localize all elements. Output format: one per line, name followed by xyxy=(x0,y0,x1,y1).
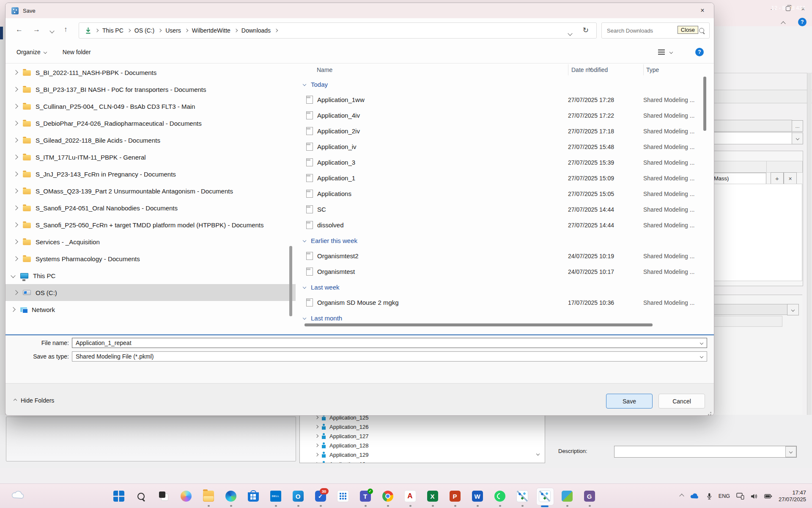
mobi-button[interactable] xyxy=(511,484,533,508)
chrome-button[interactable] xyxy=(376,484,399,508)
chevron-right-icon[interactable] xyxy=(13,222,18,227)
file-row[interactable]: Application_127/07/2025 15:09Shared Mode… xyxy=(296,170,714,186)
forward-icon[interactable]: → xyxy=(33,25,40,34)
list-horizontal-scrollbar[interactable] xyxy=(304,323,653,326)
remove-button[interactable]: × xyxy=(784,172,797,185)
save-as-type-select[interactable]: Shared Modeling File (*.pkml) xyxy=(72,351,707,362)
chevron-right-icon[interactable] xyxy=(13,239,18,244)
chevron-right-icon[interactable] xyxy=(13,138,18,142)
pksim-button[interactable] xyxy=(556,484,578,508)
task-view-button[interactable] xyxy=(152,484,175,508)
tree-item[interactable]: S_Sanofi_P25-050_FcRn + target TMDD plat… xyxy=(5,216,296,233)
chevron-right-icon[interactable] xyxy=(13,70,18,75)
tree-item-this-pc[interactable]: This PC xyxy=(5,267,296,284)
dropdown-chevron-icon[interactable] xyxy=(792,133,803,144)
file-row[interactable]: SC27/07/2025 14:44Shared Modeling ... xyxy=(296,202,714,217)
tree-item[interactable]: Systems Pharmacology - Documents xyxy=(5,250,296,267)
tree-item[interactable]: S_OMass_Q23-139_Part 2 Unsurmountable An… xyxy=(5,182,296,199)
edge-button[interactable] xyxy=(219,484,242,508)
microphone-icon[interactable] xyxy=(706,493,712,500)
whatsapp-button[interactable] xyxy=(488,484,511,508)
column-date-modified[interactable]: Date modified xyxy=(571,66,608,73)
scroll-down-icon[interactable] xyxy=(537,449,539,457)
file-row[interactable]: Applications27/07/2025 15:05Shared Model… xyxy=(296,186,714,202)
chevron-down-icon[interactable] xyxy=(11,273,15,278)
tree-item[interactable]: S_Cullinan_P25-004_ CLN-049 - BsAb CD3 F… xyxy=(5,98,296,115)
bg-tree-item[interactable]: Application_128 xyxy=(315,441,545,450)
tray-chevron-up-icon[interactable] xyxy=(680,494,683,498)
file-name-input[interactable]: Application_1_repeat xyxy=(72,338,707,348)
dialog-close-icon[interactable]: × xyxy=(695,5,710,17)
clock[interactable]: 17:47 27/07/2025 xyxy=(779,489,806,503)
github-button[interactable]: G xyxy=(578,484,601,508)
mass-field[interactable]: Mass) xyxy=(713,173,766,184)
search-input[interactable]: Search Downloads Close xyxy=(601,22,710,39)
chevron-right-icon[interactable] xyxy=(11,307,15,312)
chevron-right-icon[interactable] xyxy=(13,155,18,159)
tree-item[interactable]: S_BI_P23-137_BI NASH - PoC for transport… xyxy=(5,81,296,98)
file-row[interactable]: Application_iv27/07/2025 15:48Shared Mod… xyxy=(296,139,714,155)
dropdown-chevron-icon[interactable] xyxy=(785,446,796,457)
start-button[interactable] xyxy=(107,484,130,508)
column-name[interactable]: Name xyxy=(317,66,332,73)
file-row[interactable]: Organismtest224/07/2025 10:19Shared Mode… xyxy=(296,248,714,264)
tree-item[interactable]: S_Gilead_2022-118_Bile Acids - Documents xyxy=(5,132,296,149)
outlook-button[interactable]: O xyxy=(287,484,309,508)
view-dropdown-icon[interactable] xyxy=(669,50,673,54)
tree-scrollbar[interactable] xyxy=(289,246,292,316)
save-button[interactable]: Save xyxy=(606,394,653,409)
file-row[interactable]: Organism SD Mouse 2 mgkg17/07/2025 10:36… xyxy=(296,295,714,310)
file-row[interactable]: Application_4iv27/07/2025 17:22Shared Mo… xyxy=(296,108,714,123)
description-field[interactable] xyxy=(614,446,797,458)
dropdown-chevron-icon[interactable] xyxy=(787,304,799,315)
teams-button[interactable]: T xyxy=(354,484,376,508)
chevron-right-icon[interactable] xyxy=(13,121,18,125)
dropdown-chevron-icon[interactable] xyxy=(700,355,703,358)
app-help-icon[interactable]: ? xyxy=(798,18,807,26)
file-row[interactable]: Application_1ww27/07/2025 17:28Shared Mo… xyxy=(296,92,714,108)
address-dropdown-icon[interactable] xyxy=(568,30,572,36)
chevron-right-icon[interactable] xyxy=(13,256,18,261)
search-button[interactable] xyxy=(130,484,152,508)
browse-button[interactable]: ... xyxy=(792,120,803,132)
language-indicator[interactable]: ENG xyxy=(719,493,730,499)
volume-icon[interactable] xyxy=(751,493,758,500)
search-icon[interactable] xyxy=(699,28,704,33)
chevron-right-icon[interactable] xyxy=(13,205,18,210)
group-collapse-icon[interactable] xyxy=(303,239,306,242)
breadcrumb-user[interactable]: WilbertdeWitte xyxy=(192,27,230,34)
group-header-today[interactable]: Today xyxy=(296,77,714,92)
powerpoint-button[interactable]: P xyxy=(444,484,466,508)
bg-tree-item[interactable]: Application_127 xyxy=(315,431,545,441)
todo-button[interactable]: ✓30 xyxy=(309,484,332,508)
refresh-icon[interactable]: ↻ xyxy=(583,26,589,35)
file-row[interactable]: Application_2iv27/07/2025 17:18Shared Mo… xyxy=(296,123,714,139)
new-folder-button[interactable]: New folder xyxy=(63,49,91,55)
add-button[interactable]: + xyxy=(771,172,784,185)
tree-item[interactable]: S_JnJ_P23-143_FcRn in Pregnancy - Docume… xyxy=(5,166,296,182)
mobi-active-button[interactable] xyxy=(533,484,556,508)
address-bar[interactable]: This PC OS (C:) Users WilbertdeWitte Dow… xyxy=(79,22,597,39)
file-row[interactable]: dissolved27/07/2025 14:44Shared Modeling… xyxy=(296,217,714,233)
chevron-right-icon[interactable] xyxy=(13,188,18,193)
dialog-titlebar[interactable]: Save × xyxy=(5,3,714,18)
hide-folders-button[interactable]: Hide Folders xyxy=(14,397,54,404)
view-list-icon[interactable] xyxy=(658,50,665,55)
tree-item-os-c[interactable]: OS (C:) xyxy=(5,284,296,301)
breadcrumb-downloads[interactable]: Downloads xyxy=(241,27,271,34)
acrobat-button[interactable]: A xyxy=(399,484,421,508)
tray-onedrive-icon[interactable] xyxy=(690,493,700,500)
breadcrumb-users[interactable]: Users xyxy=(165,27,181,34)
chevron-right-icon[interactable] xyxy=(13,290,18,295)
excel-button[interactable]: X xyxy=(421,484,444,508)
tree-item[interactable]: Services - _Acquisition xyxy=(5,233,296,250)
group-header-earlier-this-week[interactable]: Earlier this week xyxy=(296,233,714,248)
dropdown-chevron-icon[interactable] xyxy=(700,341,703,345)
tree-item[interactable]: S_DebioPhar_P24-026_Radiopharmaceutical … xyxy=(5,115,296,132)
column-type[interactable]: Type xyxy=(646,66,659,73)
tree-item[interactable]: S_ITM_177Lu-ITM-11_PBPK - General xyxy=(5,149,296,166)
cancel-button[interactable]: Cancel xyxy=(658,394,705,409)
file-row[interactable]: Application_327/07/2025 15:39Shared Mode… xyxy=(296,155,714,170)
chevron-right-icon[interactable] xyxy=(13,104,18,108)
calculator-button[interactable] xyxy=(332,484,354,508)
